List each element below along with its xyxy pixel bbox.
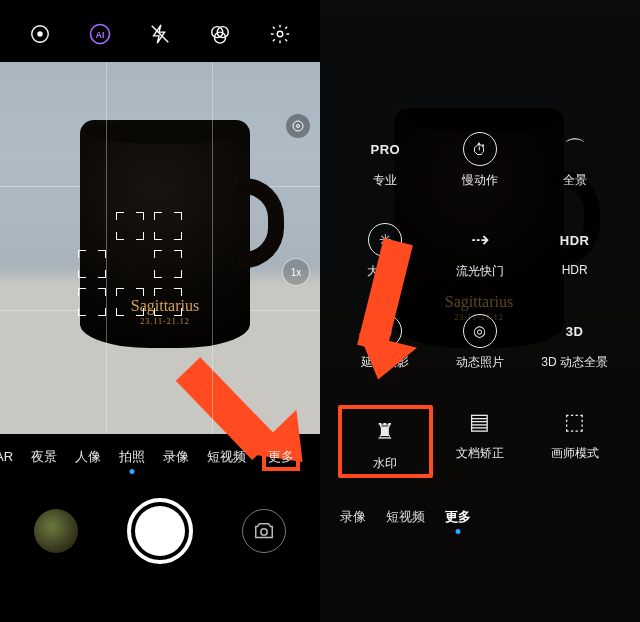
3d-pano-mode[interactable]: 3D3D 动态全景 [527, 314, 622, 371]
shutter-button[interactable] [127, 498, 193, 564]
mode-趣AR[interactable]: 趣AR [0, 448, 13, 466]
mode-label: 水印 [373, 455, 397, 472]
mode-录像[interactable]: 录像 [163, 448, 189, 466]
pro-mode-mode[interactable]: PRO专业 [338, 132, 433, 189]
svg-point-10 [297, 125, 300, 128]
light-painting-mode[interactable]: ⇢流光快门 [433, 223, 528, 280]
mode-label: 动态照片 [456, 354, 504, 371]
svg-point-8 [277, 31, 283, 37]
svg-point-9 [293, 121, 303, 131]
ai-mode-icon[interactable]: AI [86, 20, 114, 48]
gallery-thumbnail[interactable] [34, 509, 78, 553]
top-toolbar: AI [0, 0, 320, 62]
svg-text:AI: AI [96, 30, 105, 40]
camera-viewfinder[interactable]: Sagittarius 23.11-21.12 1x [0, 62, 320, 434]
scene-info-icon[interactable] [286, 114, 310, 138]
filter-icon[interactable] [206, 20, 234, 48]
panorama-icon: ⌒ [558, 132, 592, 166]
painter-mode-icon: ⬚ [558, 405, 592, 439]
mode-label: 全景 [563, 172, 587, 189]
hdr-mode[interactable]: HDRHDR [527, 223, 622, 280]
motion-photo-mode[interactable]: ◎动态照片 [433, 314, 528, 371]
svg-point-1 [37, 31, 43, 37]
panorama-mode[interactable]: ⌒全景 [527, 132, 622, 189]
svg-point-11 [260, 529, 266, 535]
mode-label: 流光快门 [456, 263, 504, 280]
zoom-level-chip[interactable]: 1x [282, 258, 310, 286]
mode-label: 专业 [373, 172, 397, 189]
flash-off-icon[interactable] [146, 20, 174, 48]
watermark-mode[interactable]: ♜水印 [338, 405, 433, 478]
mode-录像[interactable]: 录像 [340, 508, 366, 526]
slowmo-icon: ⏱ [463, 132, 497, 166]
mode-短视频[interactable]: 短视频 [207, 448, 246, 466]
autofocus-points [78, 212, 182, 316]
mode-label: HDR [562, 263, 588, 277]
mode-更多[interactable]: 更多 [262, 443, 300, 471]
3d-pano-icon: 3D [558, 314, 592, 348]
light-painting-icon: ⇢ [463, 223, 497, 257]
mode-label: 3D 动态全景 [541, 354, 608, 371]
mode-更多[interactable]: 更多 [445, 508, 471, 526]
pro-mode-icon: PRO [368, 132, 402, 166]
document-scan-mode[interactable]: ▤文档矫正 [433, 405, 528, 478]
shutter-row [0, 474, 320, 582]
watermark-icon: ♜ [368, 415, 402, 449]
mode-label: 慢动作 [462, 172, 498, 189]
mode-夜景[interactable]: 夜景 [31, 448, 57, 466]
motion-photo-icon: ◎ [463, 314, 497, 348]
mode-拍照[interactable]: 拍照 [119, 448, 145, 466]
motion-photo-icon[interactable] [26, 20, 54, 48]
mode-短视频[interactable]: 短视频 [386, 508, 425, 526]
mode-label: 画师模式 [551, 445, 599, 462]
mode-label: 文档矫正 [456, 445, 504, 462]
mug-dates: 23.11-21.12 [80, 317, 250, 326]
hdr-icon: HDR [558, 223, 592, 257]
switch-camera-button[interactable] [242, 509, 286, 553]
painter-mode-mode[interactable]: ⬚画师模式 [527, 405, 622, 478]
gear-icon[interactable] [266, 20, 294, 48]
camera-main-screen: AI Sagittarius 23.11-21.12 [0, 0, 320, 622]
mode-人像[interactable]: 人像 [75, 448, 101, 466]
slowmo-mode[interactable]: ⏱慢动作 [433, 132, 528, 189]
document-scan-icon: ▤ [463, 405, 497, 439]
camera-mode-bar[interactable]: 拍照录像短视频更多 [320, 508, 640, 526]
